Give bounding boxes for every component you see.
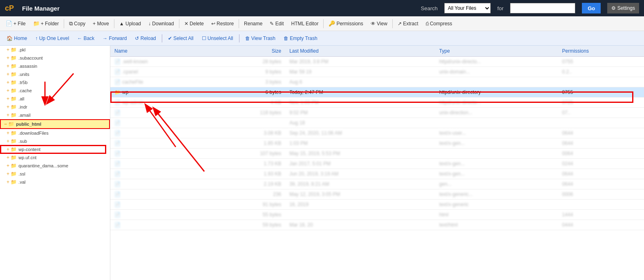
- file-name-cell: 📄: [110, 159, 213, 169]
- sidebar-item-wp-content[interactable]: + 📁wp-content: [0, 145, 110, 153]
- file-modified-cell: [285, 210, 435, 220]
- table-row[interactable]: 📄1.93 KBJun 20, 2019, 3:19 AMtext/x-gen.…: [110, 169, 644, 179]
- sidebar-item--ssl[interactable]: + 📁.ssl: [0, 170, 110, 178]
- sidebar-item--all[interactable]: + 📁.all: [0, 95, 110, 103]
- sidebar-item-public-html[interactable]: − 📁public_html: [0, 119, 110, 129]
- file-icon: 📄: [114, 222, 121, 228]
- rename-button[interactable]: Rename: [241, 19, 266, 28]
- home-button[interactable]: 🏠 Home: [3, 34, 30, 43]
- sidebar-item-quarantine-dama---some[interactable]: + 📁quarantine_dama...some: [0, 162, 110, 170]
- go-button[interactable]: Go: [582, 3, 601, 13]
- move-button[interactable]: + Move: [89, 19, 112, 28]
- file-button[interactable]: 📄+ File: [2, 19, 29, 28]
- file-perms-cell: 0064: [558, 149, 644, 159]
- delete-button[interactable]: ✕ Delete: [181, 19, 207, 28]
- folder-icon: + 📁: [7, 88, 17, 93]
- sidebar-item--assassin[interactable]: + 📁.assassin: [0, 62, 110, 70]
- unselect-all-button[interactable]: ☐ Unselect All: [199, 34, 237, 43]
- file-perms-cell: 0.2..: [558, 67, 644, 77]
- html-editor-button[interactable]: HTML Editor: [288, 19, 322, 28]
- select-all-button[interactable]: ✔ Select All: [165, 34, 197, 43]
- sidebar-item--subaccount[interactable]: + 📁.subaccount: [0, 54, 110, 62]
- folder-icon: + 📁: [7, 147, 17, 152]
- table-row[interactable]: 📄3.08 KBSep 24, 2020, 11:06 AMtext/x-use…: [110, 128, 644, 138]
- actionbar: 🏠 Home ↑ Up One Level ← Back → Forward ↺…: [0, 31, 644, 46]
- file-modified-cell: Mar 2019, 3:8 PM: [285, 57, 435, 67]
- sidebar-item-wp-uf-cnt[interactable]: + 📁wp.uf.cnt: [0, 153, 110, 162]
- view-button[interactable]: 👁 View: [367, 19, 391, 28]
- file-name: cacheFile: [122, 79, 143, 85]
- file-type-cell: [435, 118, 558, 128]
- sidebar-item-label: .units: [18, 72, 29, 77]
- back-button[interactable]: ← Back: [74, 34, 98, 43]
- sidebar-item--val[interactable]: + 📁.val: [0, 178, 110, 186]
- edit-button[interactable]: ✎ Edit: [266, 19, 287, 28]
- table-row[interactable]: 📄236May 12, 2019, 3:05 PMtext/x-generic.…: [110, 189, 644, 200]
- table-row[interactable]: 📄.well-known28 bytesMar 2019, 3:8 PMhttp…: [110, 57, 644, 67]
- view-trash-button[interactable]: 🗑 View Trash: [242, 34, 279, 43]
- file-type-cell: unix-direction...: [435, 108, 558, 118]
- sidebar-item--indr[interactable]: + 📁.indr: [0, 103, 110, 111]
- sidebar-item--units[interactable]: + 📁.units: [0, 70, 110, 78]
- restore-button[interactable]: ↩ Restore: [208, 19, 237, 28]
- file-size-cell: 6 bytes: [213, 87, 286, 98]
- table-row[interactable]: 📄wp-admin4 KBNov, 1:03 PMhttpd/unix-dire…: [110, 98, 644, 108]
- file-name-cell: 📄: [110, 108, 213, 118]
- file-icon: 📄: [114, 161, 121, 167]
- file-name-cell: 📄cacheFile: [110, 77, 213, 87]
- permissions-button[interactable]: 🔑Permissions: [325, 19, 366, 28]
- sidebar-item--downloadfiles[interactable]: + 📁.downloadFiles: [0, 129, 110, 137]
- search-input[interactable]: [510, 3, 575, 13]
- file-perms-cell: 0755: [558, 87, 644, 98]
- file-modified-cell: Nov, 1:03 PM: [285, 98, 435, 108]
- file-icon: 📄: [114, 100, 121, 105]
- sidebar-item--sub[interactable]: + 📁.sub: [0, 137, 110, 145]
- table-row[interactable]: 📄2.19 KB39, 2019, 8:21 AMgen...0644: [110, 179, 644, 189]
- copy-button[interactable]: ⧉Copy: [66, 19, 89, 29]
- table-row[interactable]: 📄Aug 18: [110, 118, 644, 128]
- extract-button[interactable]: ↗ Extract: [394, 19, 422, 28]
- file-perms-cell: 0006: [558, 189, 644, 200]
- table-row[interactable]: 📄.cpanel9 bytesMar 59 19unix-domain...0.…: [110, 67, 644, 77]
- up-one-level-button[interactable]: ↑ Up One Level: [32, 34, 72, 43]
- file-name-cell: 📄: [110, 138, 213, 149]
- empty-trash-button[interactable]: 🗑 Empty Trash: [280, 34, 321, 43]
- upload-button[interactable]: ▲ Upload: [116, 19, 144, 28]
- folder-icon: + 📁: [7, 71, 17, 77]
- file-icon: 📄: [6, 20, 12, 27]
- copy-icon: ⧉: [69, 20, 73, 27]
- sidebar-item--tr5b[interactable]: + 📁.tr5b: [0, 78, 110, 87]
- table-row[interactable]: 📄cacheFile3 bytesAug 6: [110, 77, 644, 87]
- separator-6: [392, 19, 393, 28]
- table-row[interactable]: 📄1.73 KBJan 2017, 5:01 PMtext/x-gen...02…: [110, 159, 644, 169]
- sidebar-item--pkl[interactable]: + 📁.pkl: [0, 46, 110, 54]
- settings-button[interactable]: ⚙ Settings: [607, 3, 639, 13]
- sidebar-item--cache[interactable]: + 📁.cache: [0, 87, 110, 95]
- file-perms-cell: 0644: [558, 138, 644, 149]
- table-row[interactable]: 📄91 bytes16, 2019text/x-generic: [110, 200, 644, 210]
- table-row[interactable]: 📁wp6 bytesToday, 2:47 PMhttpd/unix-direc…: [110, 87, 644, 98]
- file-size-cell: 1.73 KB: [213, 159, 286, 169]
- file-list: Name Size Last Modified Type Permissions…: [110, 46, 644, 280]
- file-modified-cell: Jun 20, 2019, 3:19 AM: [285, 169, 435, 179]
- search-label: Search: [421, 5, 438, 11]
- search-scope-select[interactable]: All Your Files Public HTML Home Director…: [444, 3, 491, 13]
- sidebar-item-label: public_html: [16, 122, 41, 127]
- separator-2: [114, 19, 114, 28]
- file-modified-cell: 16, 2019: [285, 200, 435, 210]
- table-row[interactable]: 📄1.85 KB1:03 PMtext/x-gen...0644: [110, 138, 644, 149]
- compress-button[interactable]: ⎙ Compress: [423, 19, 456, 28]
- table-row[interactable]: 📄59 bytesMar 18, 20text/html0444: [110, 220, 644, 230]
- forward-button[interactable]: → Forward: [99, 34, 130, 43]
- table-row[interactable]: 📄107 bytesMay 15, 2019, 5:53 PM0064: [110, 149, 644, 159]
- reload-button[interactable]: ↺ Reload: [132, 34, 159, 43]
- sidebar-item--amail[interactable]: + 📁.amail: [0, 111, 110, 119]
- table-header-row: Name Size Last Modified Type Permissions: [110, 46, 644, 57]
- file-type-cell: httpd/unix-directo...: [435, 98, 558, 108]
- table-row[interactable]: 📄118 bytes9:02 PMunix-direction...07..: [110, 108, 644, 118]
- folder-icon: + 📁: [7, 112, 17, 118]
- folder-button[interactable]: 📁+ Folder: [30, 19, 62, 28]
- table-row[interactable]: 📄55 byteshtml1444: [110, 210, 644, 220]
- folder-icon: + 📁: [7, 80, 17, 85]
- download-button[interactable]: ↓ Download: [145, 19, 177, 28]
